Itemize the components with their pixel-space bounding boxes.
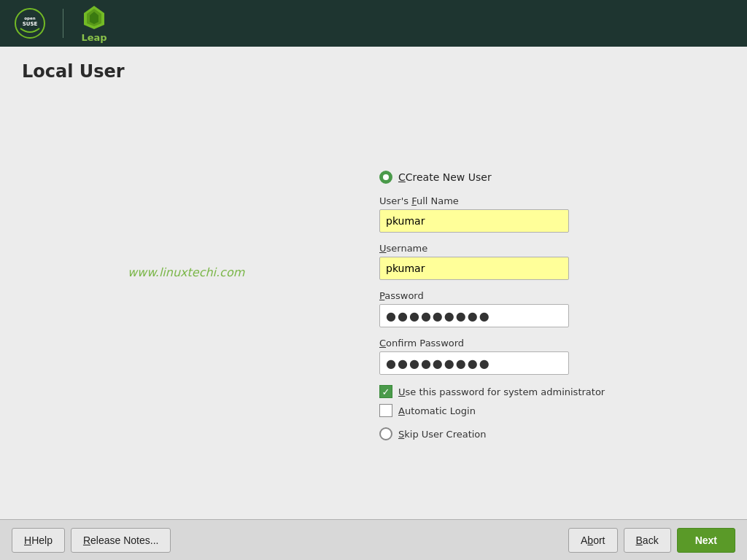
back-button[interactable]: Back xyxy=(624,528,671,553)
username-label: Username xyxy=(379,243,613,254)
page-content: Local User www.linuxtechi.com CCreate Ne… xyxy=(0,47,747,519)
full-name-input[interactable]: pkumar xyxy=(379,209,569,233)
watermark: www.linuxtechi.com xyxy=(128,265,244,279)
skip-user-creation-row[interactable]: Skip User Creation xyxy=(379,427,613,440)
leap-diamond-icon xyxy=(81,4,107,31)
bottom-bar: HHelp Release Notes... Abort Back Next xyxy=(0,519,747,560)
username-field-group: Username pkumar xyxy=(379,243,613,280)
use-password-checkbox-row[interactable]: Use this password for system administrat… xyxy=(379,385,613,398)
svg-text:SUSE: SUSE xyxy=(23,21,38,27)
password-label: Password xyxy=(379,290,613,301)
bottom-left-buttons: HHelp Release Notes... xyxy=(12,528,171,553)
leap-logo: Leap xyxy=(81,4,107,43)
svg-text:open: open xyxy=(24,16,35,21)
username-input[interactable]: pkumar xyxy=(379,257,569,280)
confirm-password-input[interactable]: ●●●●●●●●● xyxy=(379,351,569,375)
bottom-right-buttons: Abort Back Next xyxy=(568,528,735,553)
abort-button[interactable]: Abort xyxy=(568,528,617,553)
release-notes-button[interactable]: Release Notes... xyxy=(71,528,171,553)
create-new-user-radio[interactable] xyxy=(379,171,392,184)
password-input[interactable]: ●●●●●●●●● xyxy=(379,304,569,327)
form-area: CCreate New User User's Full Name pkumar… xyxy=(379,171,613,440)
opensuse-icon: open SUSE xyxy=(15,8,45,39)
create-new-user-underline: C xyxy=(398,171,406,183)
automatic-login-label: Automatic Login xyxy=(398,405,476,416)
password-field-group: Password ●●●●●●●●● xyxy=(379,290,613,327)
confirm-password-label: Confirm Password xyxy=(379,338,613,349)
use-password-checkbox[interactable] xyxy=(379,385,392,398)
help-button[interactable]: HHelp xyxy=(12,528,65,553)
header-divider xyxy=(63,9,63,38)
automatic-login-checkbox-row[interactable]: Automatic Login xyxy=(379,404,613,417)
create-new-user-option[interactable]: CCreate New User xyxy=(379,171,613,184)
use-password-label: Use this password for system administrat… xyxy=(398,386,605,397)
opensuse-logo: open SUSE xyxy=(15,8,45,39)
full-name-field-group: User's Full Name pkumar xyxy=(379,195,613,233)
create-new-user-label: CCreate New User xyxy=(398,171,492,183)
next-button[interactable]: Next xyxy=(677,528,735,553)
header: open SUSE Leap xyxy=(0,0,747,47)
skip-user-creation-radio[interactable] xyxy=(379,427,392,440)
skip-user-creation-label: Skip User Creation xyxy=(398,429,487,440)
automatic-login-checkbox[interactable] xyxy=(379,404,392,417)
confirm-password-field-group: Confirm Password ●●●●●●●●● xyxy=(379,338,613,375)
leap-label: Leap xyxy=(81,32,107,43)
page-title: Local User xyxy=(22,61,725,82)
full-name-label: User's Full Name xyxy=(379,195,613,206)
